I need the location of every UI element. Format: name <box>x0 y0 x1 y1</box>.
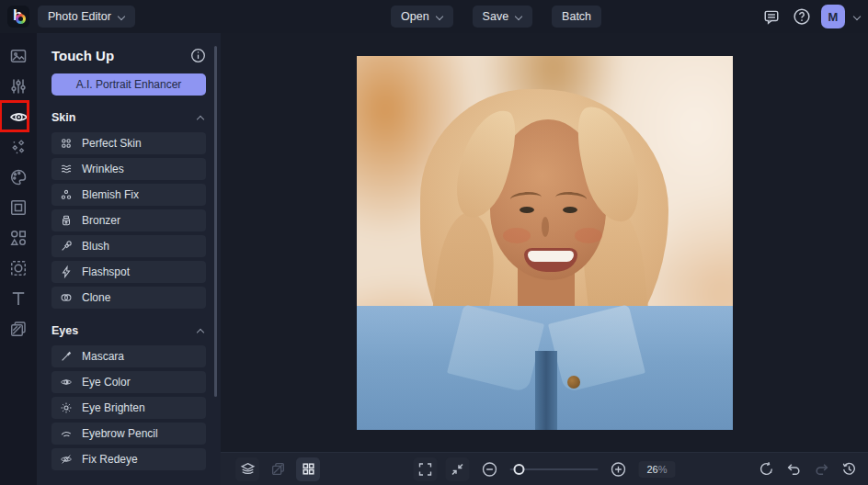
ai-portrait-enhancer-button[interactable]: A.I. Portrait Enhancer <box>51 73 206 96</box>
item-label: Wrinkles <box>82 163 124 175</box>
fit-screen-icon[interactable] <box>445 457 469 481</box>
item-label: Mascara <box>82 350 124 363</box>
panel-title: Touch Up <box>51 48 114 63</box>
item-label: Bronzer <box>82 214 120 227</box>
workspace-label: Photo Editor <box>48 10 111 23</box>
tool-item-eye-brighten[interactable]: Eye Brighten <box>51 397 206 419</box>
tool-item-clone[interactable]: Clone <box>51 287 206 309</box>
photo-editor-app: b Photo Editor Open Save Batch <box>0 0 868 485</box>
logo-color-ring-icon <box>16 14 26 24</box>
fix-redeye-icon <box>60 453 73 466</box>
zoom-percent-badge[interactable]: 26% <box>638 461 675 478</box>
layers-icon[interactable] <box>235 457 259 481</box>
section-header-eyes[interactable]: Eyes <box>51 321 206 340</box>
rail-overlays-icon[interactable] <box>4 257 33 279</box>
avatar[interactable]: M <box>821 5 845 28</box>
photo-teeth <box>528 251 574 262</box>
rail-frames-icon[interactable] <box>4 197 33 219</box>
tool-item-flashspot[interactable]: Flashspot <box>51 261 206 283</box>
help-icon[interactable] <box>791 6 813 28</box>
tool-rail <box>0 33 37 485</box>
zoom-in-icon[interactable] <box>606 457 630 481</box>
info-icon[interactable] <box>189 47 206 63</box>
wrinkles-icon <box>60 163 73 175</box>
section-header-skin[interactable]: Skin <box>51 108 206 127</box>
file-actions: Open Save Batch <box>391 6 601 28</box>
avatar-initial: M <box>828 10 839 24</box>
zoom-out-icon[interactable] <box>477 457 501 481</box>
top-bar: b Photo Editor Open Save Batch <box>0 0 868 33</box>
item-label: Flashspot <box>82 265 130 278</box>
photo-jacket-button <box>567 376 580 389</box>
open-label: Open <box>401 10 429 23</box>
tool-item-eye-color[interactable]: Eye Color <box>51 371 206 393</box>
rail-text-icon[interactable] <box>4 288 33 310</box>
rail-graphics-shapes-icon[interactable] <box>4 227 33 249</box>
tool-item-blemish-fix[interactable]: Blemish Fix <box>51 184 206 206</box>
perfect-skin-icon <box>60 137 73 150</box>
feedback-icon[interactable] <box>760 6 782 28</box>
panel-scrollbar[interactable] <box>214 46 217 397</box>
bottom-toolbar: 26% <box>221 452 868 485</box>
tool-item-blush[interactable]: Blush <box>51 235 206 257</box>
refresh-icon[interactable] <box>754 457 778 481</box>
befunky-logo[interactable]: b <box>7 6 29 28</box>
eye-color-icon <box>60 376 73 389</box>
chevron-down-icon <box>515 13 522 20</box>
item-label: Eye Color <box>82 376 131 389</box>
undo-icon[interactable] <box>782 457 805 481</box>
section-label: Skin <box>51 111 75 124</box>
photo-cheek-left <box>503 228 531 243</box>
skin-items: Perfect Skin Wrinkles Blemish Fix <box>51 132 206 309</box>
eye-brighten-icon <box>60 401 73 414</box>
clone-icon <box>60 291 73 304</box>
photo-cheek-right <box>575 228 602 243</box>
rail-effects-sparkles-icon[interactable] <box>4 136 33 158</box>
chevron-up-icon <box>197 327 204 334</box>
item-label: Blemish Fix <box>82 188 139 201</box>
flashspot-icon <box>60 265 73 278</box>
grid-thumbnails-icon[interactable] <box>296 457 320 481</box>
top-right-controls: M <box>760 5 861 28</box>
eyes-items: Mascara Eye Color <box>51 345 206 470</box>
zoom-slider[interactable] <box>509 463 598 476</box>
blush-icon <box>60 240 73 253</box>
revert-history-icon[interactable] <box>837 457 861 481</box>
photo-jacket-placket <box>535 351 558 429</box>
batch-label: Batch <box>562 10 591 23</box>
mascara-icon <box>60 350 73 363</box>
fullscreen-icon[interactable] <box>413 457 437 481</box>
item-label: Eye Brighten <box>82 401 145 414</box>
rail-artsy-palette-icon[interactable] <box>4 166 33 188</box>
bronzer-icon <box>60 214 73 227</box>
tool-item-perfect-skin[interactable]: Perfect Skin <box>51 132 206 154</box>
compare-icon[interactable] <box>266 457 290 481</box>
portrait-photo[interactable] <box>357 56 733 430</box>
tool-item-eyebrow-pencil[interactable]: Eyebrow Pencil <box>51 423 206 445</box>
rail-textures-icon[interactable] <box>4 318 33 340</box>
redo-icon[interactable] <box>809 457 833 481</box>
item-label: Eyebrow Pencil <box>82 427 158 440</box>
batch-button[interactable]: Batch <box>552 6 601 28</box>
rail-touch-up-eye-icon[interactable] <box>4 106 33 128</box>
section-label: Eyes <box>51 324 78 337</box>
open-button[interactable]: Open <box>391 6 453 28</box>
tool-item-fix-redeye[interactable]: Fix Redeye <box>51 448 206 470</box>
photo-nose <box>542 217 549 237</box>
editor-canvas <box>221 33 868 452</box>
tool-item-bronzer[interactable]: Bronzer <box>51 209 206 231</box>
item-label: Perfect Skin <box>82 137 142 150</box>
chevron-down-icon <box>118 13 125 20</box>
tool-item-wrinkles[interactable]: Wrinkles <box>51 158 206 180</box>
save-button[interactable]: Save <box>473 6 533 28</box>
tool-item-mascara[interactable]: Mascara <box>51 345 206 367</box>
rail-adjustments-icon[interactable] <box>4 75 33 97</box>
zoom-unit: % <box>658 464 668 475</box>
workspace-switcher-button[interactable]: Photo Editor <box>38 6 135 28</box>
save-label: Save <box>483 10 509 23</box>
eyebrow-pencil-icon <box>60 427 73 440</box>
item-label: Fix Redeye <box>82 453 138 466</box>
rail-image-edit-icon[interactable] <box>4 45 33 67</box>
zoom-slider-knob[interactable] <box>513 464 524 475</box>
account-chevron-down-icon[interactable] <box>853 13 861 20</box>
